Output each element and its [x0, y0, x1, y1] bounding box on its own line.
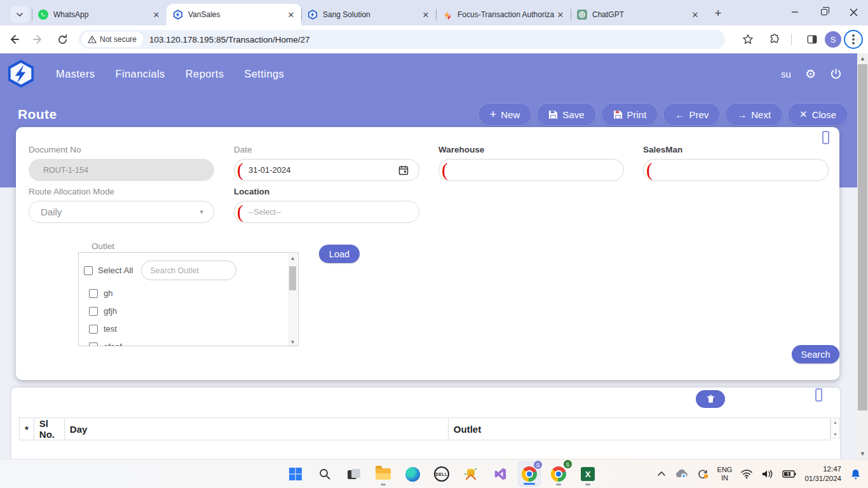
outlet-checkbox[interactable] — [89, 307, 98, 316]
prev-button[interactable]: ←Prev — [663, 103, 721, 126]
route-grid-card: * Sl No. Day Outlet ▲ ▼ — [11, 388, 840, 459]
search-button[interactable] — [313, 461, 336, 487]
nav-item-masters[interactable]: Masters — [56, 68, 95, 80]
visual-studio-button[interactable] — [489, 461, 512, 487]
tab-list-chevron-icon[interactable] — [10, 6, 29, 23]
tab-close-icon[interactable]: ✕ — [421, 10, 431, 20]
scroll-thumb[interactable] — [858, 64, 867, 410]
bookmark-star-icon[interactable] — [738, 29, 758, 50]
scroll-up-icon[interactable]: ▲ — [831, 418, 839, 426]
scroll-down-icon[interactable]: ▼ — [831, 430, 839, 438]
app-logo-icon[interactable] — [6, 59, 36, 88]
tab-close-icon[interactable]: ✕ — [555, 10, 566, 20]
file-explorer-button[interactable] — [372, 461, 395, 487]
notification-bell-icon[interactable] — [850, 468, 862, 480]
language-indicator[interactable]: ENG IN — [717, 466, 733, 482]
search-button[interactable]: Search — [792, 345, 839, 363]
load-button[interactable]: Load — [319, 245, 360, 263]
salesman-input[interactable]: ( — [643, 159, 829, 181]
wifi-icon[interactable] — [740, 469, 753, 479]
select-all-checkbox[interactable] — [84, 266, 93, 275]
tab-sang-solution[interactable]: Sang Solution ✕ — [301, 4, 436, 25]
clock[interactable]: 12:47 01/31/2024 — [804, 464, 841, 484]
restart-update-icon[interactable] — [696, 468, 709, 480]
battery-icon[interactable] — [782, 470, 796, 478]
user-label[interactable]: su — [781, 69, 791, 79]
volume-icon[interactable] — [761, 469, 774, 479]
dell-app-button[interactable]: DELL — [430, 461, 453, 487]
scroll-thumb[interactable] — [289, 266, 296, 290]
document-no-value: ROUT-1-154 — [43, 166, 88, 175]
outlet-checkbox[interactable] — [89, 342, 98, 347]
gear-icon[interactable]: ⚙ — [805, 67, 816, 81]
start-button[interactable] — [284, 461, 307, 487]
edge-button[interactable] — [401, 461, 424, 487]
tab-close-icon[interactable]: ✕ — [286, 10, 296, 20]
restore-button[interactable] — [810, 0, 839, 24]
outlet-item-label: gfjh — [104, 306, 117, 316]
required-mark: ( — [646, 159, 653, 179]
panel-toggle-icon[interactable] — [822, 131, 829, 144]
outlet-item: efaef — [89, 342, 298, 346]
outlet-scrollbar[interactable]: ▲ ▼ — [288, 254, 297, 346]
power-icon[interactable] — [830, 68, 842, 80]
nav-item-settings[interactable]: Settings — [244, 68, 284, 80]
tab-close-icon[interactable]: ✕ — [690, 10, 700, 20]
ssms-button[interactable] — [459, 461, 482, 487]
tray-chevron-up-icon[interactable] — [657, 470, 666, 478]
grid-scrollbar[interactable]: ▲ ▼ — [831, 417, 840, 438]
onedrive-icon[interactable] — [674, 469, 688, 479]
col-day: Day — [64, 418, 448, 440]
scroll-down-icon[interactable]: ▼ — [857, 449, 868, 459]
warning-triangle-icon — [88, 35, 97, 44]
extensions-icon[interactable] — [764, 29, 785, 50]
task-view-button[interactable] — [342, 461, 365, 487]
minimize-button[interactable] — [780, 0, 810, 24]
chrome-second-button[interactable]: S — [547, 461, 570, 487]
nav-item-financials[interactable]: Financials — [115, 68, 165, 80]
browser-tabstrip: WhatsApp ✕ VanSales ✕ Sang Solution ✕ Fo… — [0, 0, 868, 25]
scroll-down-icon[interactable]: ▼ — [288, 337, 297, 346]
date-input[interactable]: ( 31-01-2024 — [234, 159, 419, 181]
tab-chatgpt[interactable]: ChatGPT ✕ — [571, 4, 705, 25]
warehouse-label: Warehouse — [438, 145, 624, 154]
excel-button[interactable]: X — [576, 461, 599, 487]
next-button[interactable]: →Next — [725, 103, 783, 126]
save-button[interactable]: Save — [536, 103, 596, 126]
security-chip[interactable]: Not secure — [81, 32, 143, 47]
clock-time: 12:47 — [804, 464, 841, 474]
tab-close-icon[interactable]: ✕ — [151, 10, 161, 20]
new-tab-button[interactable]: + — [709, 4, 727, 22]
location-select[interactable]: ( --Select-- — [234, 201, 419, 223]
tab-focus[interactable]: Focus-Transaction Authoriza ✕ — [436, 4, 571, 25]
tab-title: Sang Solution — [323, 10, 421, 19]
outlet-search-input[interactable] — [141, 261, 236, 280]
chrome-active-button[interactable]: S — [518, 461, 541, 487]
clock-date: 01/31/2024 — [804, 474, 841, 484]
scroll-up-icon[interactable]: ▲ — [288, 254, 297, 262]
browser-menu-button[interactable] — [844, 30, 863, 49]
outlet-label: Outlet — [92, 241, 114, 251]
new-button[interactable]: +New — [478, 103, 532, 126]
route-allocation-mode-select[interactable]: Daily ▾ — [29, 201, 214, 223]
panel-toggle-icon[interactable] — [815, 388, 822, 402]
outlet-checkbox[interactable] — [89, 325, 98, 334]
forward-button[interactable] — [28, 29, 48, 50]
reload-button[interactable] — [52, 29, 72, 50]
tab-vansales[interactable]: VanSales ✕ — [166, 4, 301, 25]
profile-avatar[interactable]: S — [825, 31, 841, 48]
calendar-icon[interactable] — [398, 165, 409, 175]
outlet-checkbox[interactable] — [89, 289, 98, 298]
back-button[interactable] — [4, 29, 24, 50]
close-button[interactable]: ✕Close — [787, 103, 848, 126]
side-panel-icon[interactable] — [802, 29, 822, 50]
tab-whatsapp[interactable]: WhatsApp ✕ — [32, 4, 166, 25]
close-window-button[interactable] — [839, 0, 868, 24]
warehouse-input[interactable]: ( — [438, 159, 624, 181]
nav-item-reports[interactable]: Reports — [186, 68, 224, 80]
scroll-up-icon[interactable]: ▲ — [857, 53, 868, 64]
delete-rows-button[interactable] — [696, 390, 725, 408]
address-bar[interactable]: Not secure 103.120.178.195:85/Transactio… — [79, 30, 725, 49]
page-scrollbar[interactable]: ▲ ▼ — [857, 53, 868, 459]
print-button[interactable]: Print — [601, 103, 659, 126]
